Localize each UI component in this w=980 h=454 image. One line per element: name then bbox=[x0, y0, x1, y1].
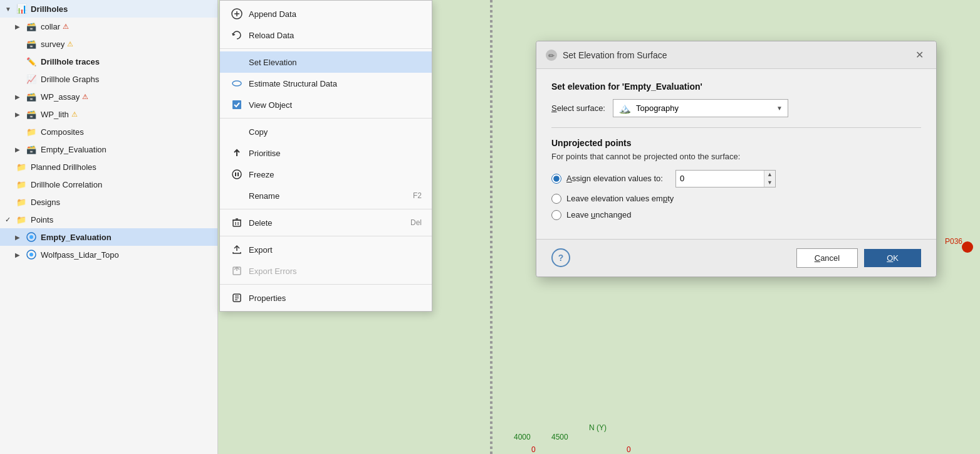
properties-icon bbox=[230, 291, 244, 305]
arrow-collar: ▶ bbox=[15, 23, 25, 30]
sidebar-item-empty-eval[interactable]: ▶ 🗃️ Empty_Evaluation bbox=[0, 140, 217, 158]
dialog-title-text: Set Elevation from Surface bbox=[563, 50, 912, 60]
estimate-structural-icon bbox=[230, 77, 244, 90]
arrow-empty-eval: ▶ bbox=[15, 146, 25, 153]
reload-data-label: Reload Data bbox=[249, 31, 294, 40]
surface-select-content: 🏔️ Topography bbox=[618, 102, 679, 114]
sidebar-item-wp-assay[interactable]: ▶ 🗃️ WP_assay ⚠ bbox=[0, 88, 217, 105]
help-button[interactable]: ? bbox=[551, 248, 570, 267]
svg-rect-10 bbox=[235, 172, 236, 176]
select-surface-label: Select surface: bbox=[551, 103, 605, 113]
menu-item-prioritise[interactable]: Prioritise bbox=[220, 142, 432, 164]
menu-item-set-elevation[interactable]: Set Elevation bbox=[220, 51, 432, 73]
separator-1 bbox=[220, 48, 432, 49]
sidebar-item-collar[interactable]: ▶ 🗃️ collar ⚠ bbox=[0, 18, 217, 35]
delete-shortcut: Del bbox=[410, 218, 422, 227]
radio-assign[interactable] bbox=[551, 174, 561, 184]
radio-leave-empty[interactable] bbox=[551, 194, 561, 204]
icon-graphs: 📈 bbox=[25, 73, 38, 85]
append-data-label: Append Data bbox=[249, 9, 296, 19]
spin-up-button[interactable]: ▲ bbox=[764, 171, 775, 179]
rename-label: Rename bbox=[249, 191, 279, 201]
svg-rect-11 bbox=[237, 172, 239, 176]
menu-item-view-object[interactable]: View Object bbox=[220, 94, 432, 115]
map-coord-ny: N (Y) bbox=[589, 423, 607, 432]
export-errors-icon bbox=[230, 264, 244, 278]
elevation-input[interactable] bbox=[676, 172, 764, 185]
sidebar-item-planned[interactable]: 📁 Planned Drillholes bbox=[0, 158, 217, 176]
label-composites: Composites bbox=[41, 127, 84, 137]
spin-buttons: ▲ ▼ bbox=[764, 171, 775, 187]
copy-label: Copy bbox=[249, 127, 268, 137]
properties-label: Properties bbox=[249, 293, 286, 303]
icon-drillholes: 📊 bbox=[15, 3, 28, 15]
dropdown-arrow-icon: ▼ bbox=[776, 105, 783, 112]
icon-empty-eval-selected bbox=[25, 231, 38, 243]
collar-error-icon: ⚠ bbox=[63, 23, 69, 31]
sidebar-item-wolfpass[interactable]: ▶ Wolfpass_Lidar_Topo bbox=[0, 246, 217, 263]
map-coord-red-0a: 0 bbox=[531, 445, 536, 454]
radio-row-leave-empty: Leave elevation values empty bbox=[551, 194, 921, 204]
sidebar-item-points[interactable]: ✓ 📁 Points bbox=[0, 211, 217, 228]
ok-button[interactable]: OK bbox=[864, 249, 921, 267]
map-marker-label-p036: P036 bbox=[945, 237, 962, 246]
sidebar-item-drillholes[interactable]: ▼ 📊 Drillholes bbox=[0, 0, 217, 18]
arrow-assay: ▶ bbox=[15, 93, 25, 100]
sidebar-item-survey[interactable]: 🗃️ survey ⚠ bbox=[0, 35, 217, 53]
delete-icon bbox=[230, 216, 244, 230]
ok-label: OK bbox=[887, 253, 899, 263]
estimate-structural-label: Estimate Structural Data bbox=[249, 79, 337, 88]
cancel-button[interactable]: Cancel bbox=[796, 248, 858, 268]
menu-item-properties[interactable]: Properties bbox=[220, 287, 432, 309]
menu-item-export-errors: Export Errors bbox=[220, 260, 432, 282]
arrow-drillholes: ▼ bbox=[5, 6, 15, 13]
separator-2 bbox=[220, 118, 432, 119]
select-surface-row: Select surface: 🏔️ Topography ▼ bbox=[551, 99, 921, 117]
icon-composites: 📁 bbox=[25, 125, 38, 138]
icon-lith: 🗃️ bbox=[25, 108, 38, 120]
section-divider bbox=[551, 127, 921, 128]
label-assay: WP_assay bbox=[41, 92, 80, 102]
menu-item-reload-data[interactable]: Reload Data bbox=[220, 24, 432, 46]
export-icon bbox=[230, 243, 244, 256]
label-survey: survey bbox=[41, 40, 65, 49]
copy-icon bbox=[230, 125, 244, 139]
label-planned: Planned Drillholes bbox=[31, 162, 96, 172]
icon-empty-eval: 🗃️ bbox=[25, 143, 38, 156]
view-object-icon bbox=[230, 98, 244, 112]
view-object-label: View Object bbox=[249, 100, 292, 110]
dialog-titlebar: ✏ Set Elevation from Surface ✕ bbox=[536, 41, 936, 69]
surface-dropdown[interactable]: 🏔️ Topography ▼ bbox=[613, 99, 788, 117]
separator-4 bbox=[220, 236, 432, 236]
sidebar-item-empty-eval-selected[interactable]: ▶ Empty_Evaluation bbox=[0, 228, 217, 246]
label-collar: collar bbox=[41, 22, 60, 31]
dialog-close-button[interactable]: ✕ bbox=[912, 48, 927, 62]
label-designs: Designs bbox=[31, 198, 60, 207]
sidebar-item-drillhole-corr[interactable]: 📁 Drillhole Correlation bbox=[0, 176, 217, 193]
menu-item-freeze[interactable]: Freeze bbox=[220, 164, 432, 185]
sidebar-item-drillhole-traces[interactable]: ✏️ Drillhole traces bbox=[0, 53, 217, 70]
menu-item-copy[interactable]: Copy bbox=[220, 121, 432, 142]
menu-item-rename[interactable]: Rename F2 bbox=[220, 185, 432, 206]
icon-planned: 📁 bbox=[15, 161, 28, 173]
sidebar-item-composites[interactable]: 📁 Composites bbox=[0, 123, 217, 140]
sidebar-item-designs[interactable]: 📁 Designs bbox=[0, 193, 217, 211]
menu-item-estimate-structural[interactable]: Estimate Structural Data bbox=[220, 73, 432, 94]
radio-unchanged[interactable] bbox=[551, 210, 561, 220]
dialog-title-icon: ✏ bbox=[545, 49, 558, 61]
sidebar-item-drillhole-graphs[interactable]: 📈 Drillhole Graphs bbox=[0, 70, 217, 88]
separator-5 bbox=[220, 284, 432, 285]
arrow-wolfpass: ▶ bbox=[15, 251, 25, 258]
menu-item-delete[interactable]: Delete Del bbox=[220, 212, 432, 233]
sidebar-item-wp-lith[interactable]: ▶ 🗃️ WP_lith ⚠ bbox=[0, 105, 217, 123]
export-label: Export bbox=[249, 245, 273, 255]
delete-label: Delete bbox=[249, 218, 273, 228]
arrow-lith: ▶ bbox=[15, 111, 25, 118]
label-wolfpass: Wolfpass_Lidar_Topo bbox=[41, 250, 119, 260]
menu-item-append-data[interactable]: Append Data bbox=[220, 3, 432, 24]
menu-item-export[interactable]: Export bbox=[220, 239, 432, 260]
assay-error-icon: ⚠ bbox=[82, 93, 88, 101]
spin-down-button[interactable]: ▼ bbox=[764, 179, 775, 187]
radio-leave-empty-label: Leave elevation values empty bbox=[566, 194, 674, 203]
reload-data-icon bbox=[230, 28, 244, 42]
